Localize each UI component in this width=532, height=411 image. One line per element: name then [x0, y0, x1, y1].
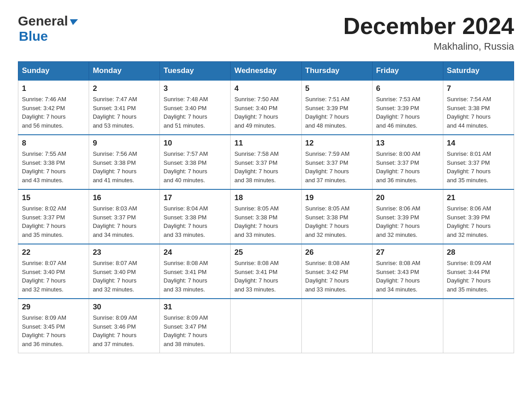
- day-number: 25: [234, 248, 297, 257]
- calendar-cell: 15Sunrise: 8:02 AM Sunset: 3:37 PM Dayli…: [18, 189, 89, 244]
- day-number: 22: [22, 248, 85, 257]
- calendar-table: SundayMondayTuesdayWednesdayThursdayFrid…: [18, 61, 514, 353]
- day-info: Sunrise: 8:06 AM Sunset: 3:39 PM Dayligh…: [376, 204, 439, 239]
- weekday-header-wednesday: Wednesday: [231, 62, 301, 81]
- day-number: 23: [93, 248, 156, 257]
- day-number: 30: [93, 303, 156, 312]
- calendar-cell: 27Sunrise: 8:08 AM Sunset: 3:43 PM Dayli…: [372, 244, 443, 299]
- calendar-cell: 25Sunrise: 8:08 AM Sunset: 3:41 PM Dayli…: [231, 244, 301, 299]
- calendar-cell: 19Sunrise: 8:05 AM Sunset: 3:38 PM Dayli…: [301, 189, 372, 244]
- day-info: Sunrise: 8:08 AM Sunset: 3:41 PM Dayligh…: [234, 259, 297, 294]
- day-number: 24: [163, 248, 227, 257]
- day-number: 17: [163, 193, 227, 202]
- calendar-cell: [301, 299, 372, 353]
- day-info: Sunrise: 7:56 AM Sunset: 3:38 PM Dayligh…: [93, 150, 156, 184]
- calendar-cell: 31Sunrise: 8:09 AM Sunset: 3:47 PM Dayli…: [160, 299, 231, 353]
- day-number: 7: [447, 84, 510, 93]
- weekday-header-monday: Monday: [89, 62, 160, 81]
- month-title: December 2024: [343, 13, 514, 39]
- calendar-cell: [231, 299, 301, 353]
- day-number: 21: [447, 193, 510, 202]
- location-subtitle: Makhalino, Russia: [343, 41, 514, 52]
- weekday-header-friday: Friday: [372, 62, 443, 81]
- day-number: 18: [234, 193, 297, 202]
- calendar-cell: [443, 299, 514, 353]
- day-info: Sunrise: 8:07 AM Sunset: 3:40 PM Dayligh…: [22, 259, 85, 294]
- day-number: 14: [447, 139, 510, 148]
- calendar-cell: 6Sunrise: 7:53 AM Sunset: 3:39 PM Daylig…: [372, 80, 443, 135]
- calendar-cell: 3Sunrise: 7:48 AM Sunset: 3:40 PM Daylig…: [160, 80, 231, 135]
- day-number: 9: [93, 139, 156, 148]
- logo: General Blue: [18, 13, 77, 44]
- day-info: Sunrise: 8:07 AM Sunset: 3:40 PM Dayligh…: [93, 259, 156, 294]
- calendar-week-row: 1Sunrise: 7:46 AM Sunset: 3:42 PM Daylig…: [18, 80, 514, 135]
- calendar-cell: 7Sunrise: 7:54 AM Sunset: 3:38 PM Daylig…: [443, 80, 514, 135]
- day-info: Sunrise: 8:01 AM Sunset: 3:37 PM Dayligh…: [447, 150, 510, 184]
- day-info: Sunrise: 8:05 AM Sunset: 3:38 PM Dayligh…: [305, 204, 369, 239]
- day-info: Sunrise: 7:47 AM Sunset: 3:41 PM Dayligh…: [93, 95, 156, 130]
- day-info: Sunrise: 7:51 AM Sunset: 3:39 PM Dayligh…: [305, 95, 369, 130]
- day-info: Sunrise: 8:08 AM Sunset: 3:41 PM Dayligh…: [163, 259, 227, 294]
- calendar-cell: 23Sunrise: 8:07 AM Sunset: 3:40 PM Dayli…: [89, 244, 160, 299]
- calendar-cell: 1Sunrise: 7:46 AM Sunset: 3:42 PM Daylig…: [18, 80, 89, 135]
- logo-blue-text: Blue: [18, 29, 77, 44]
- calendar-cell: 20Sunrise: 8:06 AM Sunset: 3:39 PM Dayli…: [372, 189, 443, 244]
- calendar-cell: 10Sunrise: 7:57 AM Sunset: 3:38 PM Dayli…: [160, 135, 231, 189]
- logo-general-text: General: [18, 13, 68, 29]
- day-info: Sunrise: 7:50 AM Sunset: 3:40 PM Dayligh…: [234, 95, 297, 130]
- calendar-body: 1Sunrise: 7:46 AM Sunset: 3:42 PM Daylig…: [18, 80, 514, 353]
- day-number: 8: [22, 139, 85, 148]
- day-info: Sunrise: 7:48 AM Sunset: 3:40 PM Dayligh…: [163, 95, 227, 130]
- logo-arrow-icon: [69, 19, 78, 25]
- day-number: 11: [234, 139, 297, 148]
- day-number: 5: [305, 84, 369, 93]
- weekday-header-thursday: Thursday: [301, 62, 372, 81]
- calendar-cell: 5Sunrise: 7:51 AM Sunset: 3:39 PM Daylig…: [301, 80, 372, 135]
- day-info: Sunrise: 7:58 AM Sunset: 3:37 PM Dayligh…: [234, 150, 297, 184]
- day-info: Sunrise: 8:09 AM Sunset: 3:47 PM Dayligh…: [163, 313, 227, 348]
- calendar-header: SundayMondayTuesdayWednesdayThursdayFrid…: [18, 62, 514, 81]
- calendar-cell: 22Sunrise: 8:07 AM Sunset: 3:40 PM Dayli…: [18, 244, 89, 299]
- day-number: 16: [93, 193, 156, 202]
- day-info: Sunrise: 7:46 AM Sunset: 3:42 PM Dayligh…: [22, 95, 85, 130]
- day-number: 3: [163, 84, 227, 93]
- day-number: 19: [305, 193, 369, 202]
- day-info: Sunrise: 8:09 AM Sunset: 3:44 PM Dayligh…: [447, 259, 510, 294]
- day-number: 28: [447, 248, 510, 257]
- day-info: Sunrise: 8:09 AM Sunset: 3:45 PM Dayligh…: [22, 313, 85, 348]
- title-block: December 2024 Makhalino, Russia: [343, 13, 514, 52]
- weekday-header-saturday: Saturday: [443, 62, 514, 81]
- day-number: 1: [22, 84, 85, 93]
- calendar-cell: 16Sunrise: 8:03 AM Sunset: 3:37 PM Dayli…: [89, 189, 160, 244]
- calendar-cell: 8Sunrise: 7:55 AM Sunset: 3:38 PM Daylig…: [18, 135, 89, 189]
- calendar-week-row: 22Sunrise: 8:07 AM Sunset: 3:40 PM Dayli…: [18, 244, 514, 299]
- day-number: 12: [305, 139, 369, 148]
- day-number: 2: [93, 84, 156, 93]
- day-info: Sunrise: 8:06 AM Sunset: 3:39 PM Dayligh…: [447, 204, 510, 239]
- day-number: 15: [22, 193, 85, 202]
- day-info: Sunrise: 7:55 AM Sunset: 3:38 PM Dayligh…: [22, 150, 85, 184]
- calendar-cell: 4Sunrise: 7:50 AM Sunset: 3:40 PM Daylig…: [231, 80, 301, 135]
- calendar-cell: 14Sunrise: 8:01 AM Sunset: 3:37 PM Dayli…: [443, 135, 514, 189]
- calendar-cell: 21Sunrise: 8:06 AM Sunset: 3:39 PM Dayli…: [443, 189, 514, 244]
- day-info: Sunrise: 8:08 AM Sunset: 3:42 PM Dayligh…: [305, 259, 369, 294]
- day-info: Sunrise: 7:54 AM Sunset: 3:38 PM Dayligh…: [447, 95, 510, 130]
- day-info: Sunrise: 7:59 AM Sunset: 3:37 PM Dayligh…: [305, 150, 369, 184]
- calendar-cell: 28Sunrise: 8:09 AM Sunset: 3:44 PM Dayli…: [443, 244, 514, 299]
- calendar-cell: 26Sunrise: 8:08 AM Sunset: 3:42 PM Dayli…: [301, 244, 372, 299]
- day-info: Sunrise: 7:53 AM Sunset: 3:39 PM Dayligh…: [376, 95, 439, 130]
- calendar-cell: 18Sunrise: 8:05 AM Sunset: 3:38 PM Dayli…: [231, 189, 301, 244]
- calendar-cell: 11Sunrise: 7:58 AM Sunset: 3:37 PM Dayli…: [231, 135, 301, 189]
- day-number: 31: [163, 303, 227, 312]
- day-number: 29: [22, 303, 85, 312]
- page-header: General Blue December 2024 Makhalino, Ru…: [18, 13, 514, 52]
- weekday-header-row: SundayMondayTuesdayWednesdayThursdayFrid…: [18, 62, 514, 81]
- calendar-cell: 29Sunrise: 8:09 AM Sunset: 3:45 PM Dayli…: [18, 299, 89, 353]
- day-info: Sunrise: 7:57 AM Sunset: 3:38 PM Dayligh…: [163, 150, 227, 184]
- calendar-cell: 12Sunrise: 7:59 AM Sunset: 3:37 PM Dayli…: [301, 135, 372, 189]
- day-info: Sunrise: 8:08 AM Sunset: 3:43 PM Dayligh…: [376, 259, 439, 294]
- day-number: 27: [376, 248, 439, 257]
- calendar-week-row: 29Sunrise: 8:09 AM Sunset: 3:45 PM Dayli…: [18, 299, 514, 353]
- day-number: 10: [163, 139, 227, 148]
- weekday-header-tuesday: Tuesday: [160, 62, 231, 81]
